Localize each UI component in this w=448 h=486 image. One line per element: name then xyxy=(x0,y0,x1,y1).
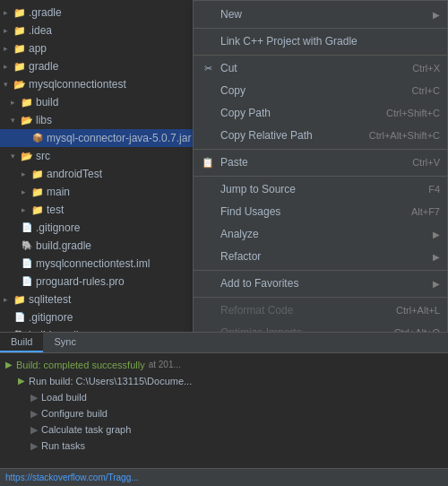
arrow-icon xyxy=(4,76,13,92)
tree-label: mysql-connector-java-5.0.7.jar xyxy=(47,130,191,146)
folder-icon xyxy=(13,41,27,56)
tree-item-sqlitetest[interactable]: sqlitetest xyxy=(0,291,193,308)
tree-item-gitignore-root[interactable]: .gitignore xyxy=(0,308,193,326)
menu-item-analyze[interactable]: Analyze ▶ xyxy=(194,223,447,246)
status-bar: https://stackoverflow.com/Tragg... xyxy=(0,468,448,486)
menu-item-cut[interactable]: ✂ Cut Ctrl+X xyxy=(194,57,447,80)
menu-separator xyxy=(194,270,447,271)
tree-item-androidtest[interactable]: androidTest xyxy=(0,165,193,183)
menu-item-icon-new xyxy=(201,8,215,22)
tree-item-src[interactable]: src xyxy=(0,147,193,165)
arrow-icon xyxy=(22,202,30,218)
folder-icon xyxy=(13,23,27,38)
tree-item-proguard[interactable]: proguard-rules.pro xyxy=(0,273,193,291)
build-line: ▶ Build: completed successfully at 201..… xyxy=(5,357,443,373)
build-line: ▶ Run build: C:\Users\13115\Docume... xyxy=(5,373,443,389)
tree-label: src xyxy=(36,148,50,164)
arrow-icon xyxy=(11,112,20,128)
menu-item-add-to-favorites[interactable]: Add to Favorites ▶ xyxy=(194,273,447,295)
folder-icon xyxy=(30,167,45,181)
tree-item-main[interactable]: main xyxy=(0,183,193,201)
menu-item-copy-relative-path[interactable]: Copy Relative Path Ctrl+Alt+Shift+C xyxy=(194,125,447,147)
menu-item-find-usages[interactable]: Find Usages Alt+F7 xyxy=(194,201,447,223)
tree-item-build-gradle-inner[interactable]: build.gradle xyxy=(0,237,193,255)
cut-icon: ✂ xyxy=(201,62,215,76)
context-menu: New ▶ Link C++ Project with Gradle ✂ Cut… xyxy=(193,0,448,332)
build-status: Build: completed successfully xyxy=(16,358,145,372)
menu-item-label: Reformat Code xyxy=(220,302,378,319)
tree-label: .gitignore xyxy=(36,220,80,236)
tree-label: build.gradle xyxy=(29,327,84,332)
tree-label: test xyxy=(47,202,64,218)
submenu-arrow: ▶ xyxy=(433,6,440,23)
menu-item-label: Paste xyxy=(220,154,394,171)
tree-item-build-gradle-root[interactable]: build.gradle xyxy=(0,326,193,332)
arrow-icon xyxy=(11,148,20,164)
menu-item-shortcut: Ctrl+Shift+C xyxy=(386,105,440,122)
arrow-icon xyxy=(4,40,13,56)
gradle-icon xyxy=(20,239,34,253)
menu-item-label: Jump to Source xyxy=(220,181,410,198)
tree-item-app[interactable]: app xyxy=(0,39,193,57)
build-task: Configure build xyxy=(41,406,108,421)
menu-item-icon xyxy=(201,129,215,143)
tree-item-gitignore-inner[interactable]: .gitignore xyxy=(0,219,193,237)
menu-item-label: Link C++ Project with Gradle xyxy=(220,33,440,50)
menu-separator xyxy=(194,176,447,177)
menu-item-refactor[interactable]: Refactor ▶ xyxy=(194,246,447,268)
menu-item-jump-to-source[interactable]: Jump to Source F4 xyxy=(194,178,447,201)
main-layout: .gradle .idea app gradle mysqlconnection… xyxy=(0,0,448,332)
tree-item-mysqlconnectiontest[interactable]: mysqlconnectiontest xyxy=(0,75,193,93)
menu-item-shortcut: F4 xyxy=(428,181,440,198)
menu-item-copy[interactable]: Copy Ctrl+C xyxy=(194,80,447,102)
status-link[interactable]: https://stackoverflow.com/Tragg... xyxy=(5,473,139,482)
tab-sync[interactable]: Sync xyxy=(43,333,86,352)
menu-item-label: Copy xyxy=(220,82,394,100)
menu-item-shortcut: Ctrl+Alt+Shift+C xyxy=(369,127,440,144)
menu-item-paste[interactable]: 📋 Paste Ctrl+V xyxy=(194,152,447,174)
menu-item-shortcut: Alt+F7 xyxy=(411,204,440,221)
menu-item-label: New xyxy=(220,6,429,23)
menu-item-new[interactable]: New ▶ xyxy=(194,4,447,26)
tree-item-build[interactable]: build xyxy=(0,93,193,111)
item-icon: ▶ xyxy=(30,422,38,437)
run-icon: ▶ xyxy=(18,374,25,388)
menu-item-icon xyxy=(201,277,215,291)
tree-item-libs[interactable]: libs xyxy=(0,111,193,129)
tree-label: proguard-rules.pro xyxy=(36,273,125,290)
build-line: ▶ Load build xyxy=(5,389,443,405)
arrow-icon xyxy=(4,58,13,74)
menu-separator xyxy=(194,28,447,29)
file-tree: .gradle .idea app gradle mysqlconnection… xyxy=(0,0,193,332)
paste-icon: 📋 xyxy=(201,156,215,170)
menu-item-label: Refactor xyxy=(220,248,429,265)
menu-item-icon xyxy=(201,183,215,197)
menu-item-label: Analyze xyxy=(220,226,429,243)
file-icon xyxy=(20,221,34,235)
folder-icon xyxy=(13,292,27,307)
build-task: Calculate task graph xyxy=(41,422,131,437)
folder-icon xyxy=(13,59,27,74)
folder-icon xyxy=(30,185,45,199)
tab-build[interactable]: Build xyxy=(0,333,43,352)
bottom-panel: Build Sync ▶ Build: completed successful… xyxy=(0,332,448,468)
tree-item-mysql-jar[interactable]: mysql-connector-java-5.0.7.jar xyxy=(0,129,193,147)
tree-item-idea[interactable]: .idea xyxy=(0,22,193,39)
tree-item-gradle[interactable]: .gradle xyxy=(0,4,193,22)
tree-label: .gitignore xyxy=(29,309,73,325)
menu-item-optimize-imports: Optimize Imports Ctrl+Alt+O xyxy=(194,322,447,332)
menu-item-link-cpp[interactable]: Link C++ Project with Gradle xyxy=(194,30,447,53)
arrow-icon xyxy=(4,4,13,21)
arrow-icon xyxy=(22,184,30,200)
menu-item-copy-path[interactable]: Copy Path Ctrl+Shift+C xyxy=(194,102,447,125)
tree-label: mysqlconnectiontest.iml xyxy=(36,256,150,272)
item-icon: ▶ xyxy=(30,390,38,404)
tree-item-gradle2[interactable]: gradle xyxy=(0,57,193,75)
tree-label: gradle xyxy=(29,58,58,74)
iml-icon xyxy=(20,256,34,271)
tree-item-iml[interactable]: mysqlconnectiontest.iml xyxy=(0,255,193,273)
tree-item-test[interactable]: test xyxy=(0,201,193,219)
build-line: ▶ Configure build xyxy=(5,405,443,421)
menu-item-icon xyxy=(201,304,215,318)
tree-label: app xyxy=(29,40,47,56)
